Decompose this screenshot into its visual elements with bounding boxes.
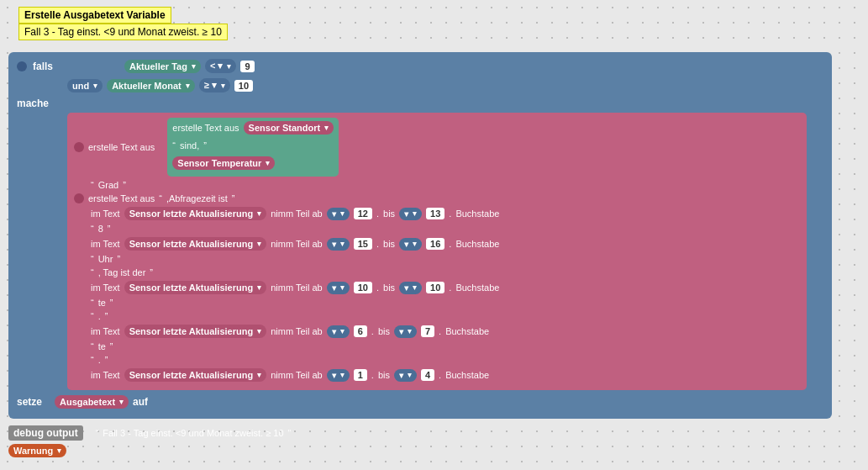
grad-text: Grad (98, 180, 118, 190)
buchstabe3: Buchstabe (455, 283, 499, 293)
falls-block: falls Aktueller Tag < ▾ 9 und Aktueller … (8, 52, 832, 419)
buchstabe2: Buchstabe (455, 239, 499, 249)
bis-label4: bis (378, 326, 390, 336)
tooltip2: Fall 3 - Tag einst. <9 und Monat zweist.… (18, 24, 228, 40)
te-text2: te (98, 341, 106, 351)
punkt5: . (376, 283, 379, 293)
bis-op1[interactable]: ▾ (399, 208, 422, 220)
connector-erstelle1 (74, 142, 84, 152)
setze-label: setze (17, 396, 42, 408)
value-13: 13 (426, 208, 445, 219)
value-7: 7 (421, 325, 434, 337)
sensor-letzte-pill1[interactable]: Sensor letzte Aktualisierung (124, 207, 267, 220)
buchstabe4: Buchstabe (445, 326, 489, 336)
sensor-standort-pill[interactable]: Sensor Standort (244, 121, 334, 135)
nimm-teil-label2: nimm Teil ab (271, 239, 323, 249)
bis-op5[interactable]: ▾ (394, 369, 417, 382)
punkt8: . (439, 326, 441, 336)
mache-label: mache (17, 98, 49, 109)
tag-ist-der-text: , Tag ist der (98, 267, 146, 277)
punkt4: . (449, 239, 451, 249)
nimm-teil-label5: nimm Teil ab (271, 370, 323, 380)
sensor-letzte-pill4[interactable]: Sensor letzte Aktualisierung (124, 325, 267, 338)
punkt3: . (376, 239, 379, 249)
bis-label5: bis (378, 370, 390, 380)
nimm-teil-label1: nimm Teil ab (271, 209, 323, 219)
punkt9: . (371, 370, 374, 380)
v8-text: 8 (98, 224, 103, 234)
punkt6: . (449, 283, 451, 293)
buchstabe1: Buchstabe (455, 209, 499, 219)
erstelle-text-green1: erstelle Text aus Sensor Standort “ sind… (167, 118, 339, 177)
value-12: 12 (354, 208, 372, 219)
aktueller-tag-pill[interactable]: Aktueller Tag (124, 60, 201, 73)
punkt2: . (449, 209, 451, 219)
operator-lt[interactable]: < ▾ (205, 59, 236, 73)
falls-label: falls (33, 61, 53, 72)
connector-falls (17, 61, 27, 71)
operator-gte[interactable]: ≥ ▾ (199, 78, 230, 92)
debug-label: debug output (8, 425, 83, 441)
bis-op2[interactable]: ▾ (399, 238, 422, 251)
te-text1: te (98, 298, 106, 308)
punkt10: . (439, 370, 441, 380)
debug-text: Fall 3 - Tag einst. <9 und Monat zweist.… (103, 428, 283, 438)
sind-text: sind, (180, 140, 199, 151)
erstelle-text-label2: erstelle Text aus (88, 193, 155, 203)
tooltip1: Erstelle Ausgabetext Variable (18, 7, 171, 24)
sensor-letzte-pill5[interactable]: Sensor letzte Aktualisierung (124, 368, 267, 382)
sensor-letzte-pill2[interactable]: Sensor letzte Aktualisierung (124, 237, 267, 251)
value-10c: 10 (426, 282, 445, 293)
value-6: 6 (354, 325, 367, 337)
value-10b: 10 (354, 282, 372, 293)
warnung-pill[interactable]: Warnung (8, 444, 66, 457)
value-9: 9 (240, 61, 254, 72)
nimm-op2[interactable]: ▾ (327, 238, 350, 251)
nimm-op4[interactable]: ▾ (327, 325, 350, 338)
erstelle-inner-label: erstelle Text aus (172, 123, 239, 133)
bis-label2: bis (383, 239, 395, 249)
buchstabe5: Buchstabe (445, 370, 489, 380)
nimm-op3[interactable]: ▾ (327, 282, 350, 294)
nimm-op1[interactable]: ▾ (327, 208, 350, 220)
value-16: 16 (426, 238, 445, 250)
im-text-label4: im Text (91, 326, 120, 336)
im-text-label2: im Text (91, 239, 120, 249)
value-4: 4 (421, 369, 434, 381)
nimm-teil-label3: nimm Teil ab (271, 283, 323, 293)
punkt-text2: . (98, 355, 101, 365)
uhr-text: Uhr (98, 254, 113, 264)
im-text-label5: im Text (91, 370, 120, 380)
connector-erstelle2 (74, 193, 84, 203)
nimm-teil-label4: nimm Teil ab (271, 326, 323, 336)
bis-op4[interactable]: ▾ (394, 325, 417, 338)
sensor-temperatur-pill[interactable]: Sensor Temperatur (172, 156, 275, 170)
value-10-und: 10 (234, 80, 253, 92)
sensor-letzte-pill3[interactable]: Sensor letzte Aktualisierung (124, 281, 267, 294)
punkt1: . (376, 209, 379, 219)
value-15: 15 (354, 238, 372, 250)
nimm-op5[interactable]: ▾ (327, 369, 350, 382)
mache-section: erstelle Text aus erstelle Text aus Sens… (67, 113, 807, 390)
im-text-label1: im Text (91, 209, 120, 219)
punkt-text1: . (98, 311, 101, 321)
bis-label3: bis (383, 283, 395, 293)
value-1: 1 (354, 369, 367, 381)
punkt7: . (371, 326, 374, 336)
auf-label: auf (133, 396, 148, 408)
abfragezeit-text: ,Abfragezeit ist (166, 193, 228, 203)
bis-label1: bis (383, 209, 395, 219)
erstelle-text-label1: erstelle Text aus (88, 142, 155, 152)
und-pill[interactable]: und (67, 79, 103, 92)
ausgabetext-pill[interactable]: Ausgabetext (55, 395, 129, 409)
aktueller-monat-pill[interactable]: Aktueller Monat (107, 79, 195, 92)
im-text-label3: im Text (91, 283, 120, 293)
bis-op3[interactable]: ▾ (399, 282, 422, 294)
